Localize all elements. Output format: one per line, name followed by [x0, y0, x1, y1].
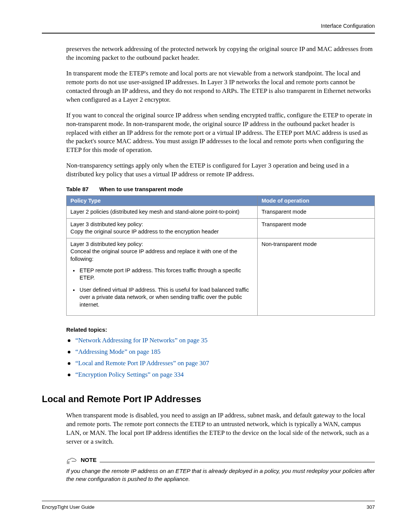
transparent-mode-table: Policy Type Mode of operation Layer 2 po… — [66, 195, 375, 316]
related-topic-item: “Encryption Policy Settings” on page 334 — [66, 371, 375, 379]
body-paragraph: If you want to conceal the original sour… — [66, 111, 375, 155]
page-footer: EncrypTight User Guide 307 — [42, 501, 375, 510]
table-row: Layer 3 distributed key policy: Conceal … — [67, 238, 375, 316]
cell-policy: Layer 3 distributed key policy: Conceal … — [67, 238, 258, 316]
related-topic-item: “Network Addressing for IP Networks” on … — [66, 337, 375, 344]
cell-bullet: ETEP remote port IP address. This forces… — [79, 267, 253, 282]
table-number: Table 87 — [66, 186, 89, 192]
related-topic-item: “Local and Remote Port IP Addresses” on … — [66, 359, 375, 367]
table-header-mode: Mode of operation — [258, 196, 375, 206]
header-rule — [42, 33, 375, 34]
note-text: If you change the remote IP address on a… — [66, 467, 375, 483]
related-topic-link[interactable]: “Local and Remote Port IP Addresses” on … — [75, 359, 209, 367]
table-title: When to use transparent mode — [99, 186, 183, 192]
footer-rule — [42, 501, 375, 501]
note-header: NOTE — [66, 456, 375, 465]
note-hand-icon — [66, 456, 78, 465]
body-paragraph: Non-transparency settings apply only whe… — [66, 161, 375, 179]
section-heading: Local and Remote Port IP Addresses — [42, 394, 375, 404]
related-topics-list: “Network Addressing for IP Networks” on … — [66, 337, 375, 379]
note-box: NOTE If you change the remote IP address… — [66, 456, 375, 483]
note-label: NOTE — [81, 457, 97, 465]
cell-policy: Layer 3 distributed key policy: Copy the… — [67, 218, 258, 238]
related-topic-item: “Addressing Mode” on page 185 — [66, 348, 375, 356]
related-topic-link[interactable]: “Encryption Policy Settings” on page 334 — [75, 371, 184, 378]
cell-mode: Non-transparent mode — [258, 238, 375, 316]
table-row: Layer 3 distributed key policy: Copy the… — [67, 218, 375, 238]
footer-page-number: 307 — [366, 504, 375, 510]
cell-policy: Layer 2 policies (distributed key mesh a… — [67, 206, 258, 219]
body-paragraph: In transparent mode the ETEP's remote an… — [66, 69, 375, 104]
cell-bullet: User defined virtual IP address. This is… — [79, 286, 253, 309]
related-topic-link[interactable]: “Addressing Mode” on page 185 — [75, 348, 161, 355]
table-header-policy: Policy Type — [67, 196, 258, 206]
related-topic-link[interactable]: “Network Addressing for IP Networks” on … — [75, 337, 207, 344]
note-rule — [100, 462, 375, 462]
cell-mode: Transparent mode — [258, 218, 375, 238]
page-header-section: Interface Configuration — [42, 23, 375, 29]
footer-doc-title: EncrypTight User Guide — [42, 504, 94, 510]
table-row: Layer 2 policies (distributed key mesh a… — [67, 206, 375, 219]
table-caption: Table 87When to use transparent mode — [66, 186, 375, 192]
related-topics-heading: Related topics: — [66, 326, 375, 333]
cell-mode: Transparent mode — [258, 206, 375, 219]
cell-bullet-list: ETEP remote port IP address. This forces… — [79, 267, 253, 309]
body-paragraph: preserves the network addressing of the … — [66, 45, 375, 62]
cell-intro: Layer 3 distributed key policy: Conceal … — [70, 241, 253, 263]
body-paragraph: When transparent mode is disabled, you n… — [66, 411, 375, 446]
